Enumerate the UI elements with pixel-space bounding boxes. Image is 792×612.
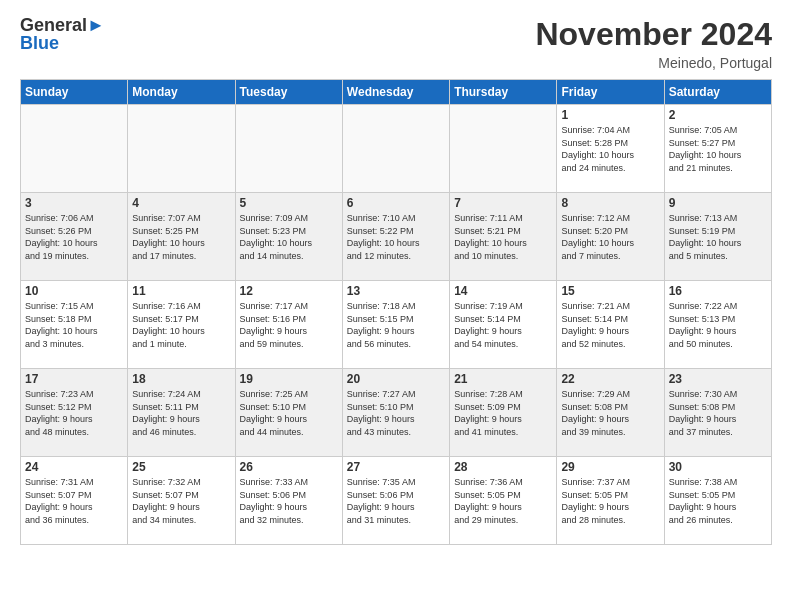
day-number: 21	[454, 372, 552, 386]
day-number: 26	[240, 460, 338, 474]
calendar-cell: 24Sunrise: 7:31 AM Sunset: 5:07 PM Dayli…	[21, 457, 128, 545]
day-info: Sunrise: 7:31 AM Sunset: 5:07 PM Dayligh…	[25, 476, 123, 526]
day-info: Sunrise: 7:05 AM Sunset: 5:27 PM Dayligh…	[669, 124, 767, 174]
day-number: 16	[669, 284, 767, 298]
col-header-friday: Friday	[557, 80, 664, 105]
day-info: Sunrise: 7:25 AM Sunset: 5:10 PM Dayligh…	[240, 388, 338, 438]
logo: General► Blue	[20, 16, 105, 54]
day-number: 18	[132, 372, 230, 386]
day-info: Sunrise: 7:11 AM Sunset: 5:21 PM Dayligh…	[454, 212, 552, 262]
calendar-week-2: 3Sunrise: 7:06 AM Sunset: 5:26 PM Daylig…	[21, 193, 772, 281]
col-header-monday: Monday	[128, 80, 235, 105]
calendar-cell: 3Sunrise: 7:06 AM Sunset: 5:26 PM Daylig…	[21, 193, 128, 281]
day-number: 13	[347, 284, 445, 298]
day-number: 25	[132, 460, 230, 474]
calendar-cell: 5Sunrise: 7:09 AM Sunset: 5:23 PM Daylig…	[235, 193, 342, 281]
calendar-cell: 29Sunrise: 7:37 AM Sunset: 5:05 PM Dayli…	[557, 457, 664, 545]
title-area: November 2024 Meinedo, Portugal	[535, 16, 772, 71]
day-info: Sunrise: 7:29 AM Sunset: 5:08 PM Dayligh…	[561, 388, 659, 438]
day-number: 19	[240, 372, 338, 386]
day-number: 3	[25, 196, 123, 210]
day-info: Sunrise: 7:04 AM Sunset: 5:28 PM Dayligh…	[561, 124, 659, 174]
day-number: 8	[561, 196, 659, 210]
calendar-cell	[235, 105, 342, 193]
day-number: 23	[669, 372, 767, 386]
calendar-cell: 16Sunrise: 7:22 AM Sunset: 5:13 PM Dayli…	[664, 281, 771, 369]
day-info: Sunrise: 7:27 AM Sunset: 5:10 PM Dayligh…	[347, 388, 445, 438]
day-info: Sunrise: 7:19 AM Sunset: 5:14 PM Dayligh…	[454, 300, 552, 350]
page: General► Blue November 2024 Meinedo, Por…	[0, 0, 792, 612]
calendar-cell: 23Sunrise: 7:30 AM Sunset: 5:08 PM Dayli…	[664, 369, 771, 457]
calendar-cell	[128, 105, 235, 193]
month-title: November 2024	[535, 16, 772, 53]
day-info: Sunrise: 7:35 AM Sunset: 5:06 PM Dayligh…	[347, 476, 445, 526]
day-number: 12	[240, 284, 338, 298]
calendar-cell: 25Sunrise: 7:32 AM Sunset: 5:07 PM Dayli…	[128, 457, 235, 545]
day-info: Sunrise: 7:18 AM Sunset: 5:15 PM Dayligh…	[347, 300, 445, 350]
day-info: Sunrise: 7:22 AM Sunset: 5:13 PM Dayligh…	[669, 300, 767, 350]
day-info: Sunrise: 7:07 AM Sunset: 5:25 PM Dayligh…	[132, 212, 230, 262]
col-header-saturday: Saturday	[664, 80, 771, 105]
calendar-cell	[21, 105, 128, 193]
header: General► Blue November 2024 Meinedo, Por…	[20, 16, 772, 71]
logo-blue: Blue	[20, 34, 105, 54]
calendar-cell: 4Sunrise: 7:07 AM Sunset: 5:25 PM Daylig…	[128, 193, 235, 281]
day-info: Sunrise: 7:30 AM Sunset: 5:08 PM Dayligh…	[669, 388, 767, 438]
calendar-cell: 19Sunrise: 7:25 AM Sunset: 5:10 PM Dayli…	[235, 369, 342, 457]
calendar-cell: 12Sunrise: 7:17 AM Sunset: 5:16 PM Dayli…	[235, 281, 342, 369]
calendar-cell: 6Sunrise: 7:10 AM Sunset: 5:22 PM Daylig…	[342, 193, 449, 281]
calendar-week-5: 24Sunrise: 7:31 AM Sunset: 5:07 PM Dayli…	[21, 457, 772, 545]
calendar-cell: 30Sunrise: 7:38 AM Sunset: 5:05 PM Dayli…	[664, 457, 771, 545]
day-number: 2	[669, 108, 767, 122]
calendar-cell: 7Sunrise: 7:11 AM Sunset: 5:21 PM Daylig…	[450, 193, 557, 281]
col-header-sunday: Sunday	[21, 80, 128, 105]
day-info: Sunrise: 7:24 AM Sunset: 5:11 PM Dayligh…	[132, 388, 230, 438]
calendar-cell	[342, 105, 449, 193]
calendar-cell: 1Sunrise: 7:04 AM Sunset: 5:28 PM Daylig…	[557, 105, 664, 193]
day-number: 1	[561, 108, 659, 122]
day-number: 11	[132, 284, 230, 298]
calendar-week-4: 17Sunrise: 7:23 AM Sunset: 5:12 PM Dayli…	[21, 369, 772, 457]
calendar-cell: 9Sunrise: 7:13 AM Sunset: 5:19 PM Daylig…	[664, 193, 771, 281]
col-header-thursday: Thursday	[450, 80, 557, 105]
day-number: 17	[25, 372, 123, 386]
calendar: SundayMondayTuesdayWednesdayThursdayFrid…	[20, 79, 772, 545]
calendar-cell	[450, 105, 557, 193]
day-number: 27	[347, 460, 445, 474]
day-info: Sunrise: 7:17 AM Sunset: 5:16 PM Dayligh…	[240, 300, 338, 350]
calendar-week-3: 10Sunrise: 7:15 AM Sunset: 5:18 PM Dayli…	[21, 281, 772, 369]
day-info: Sunrise: 7:12 AM Sunset: 5:20 PM Dayligh…	[561, 212, 659, 262]
day-info: Sunrise: 7:23 AM Sunset: 5:12 PM Dayligh…	[25, 388, 123, 438]
day-info: Sunrise: 7:37 AM Sunset: 5:05 PM Dayligh…	[561, 476, 659, 526]
day-info: Sunrise: 7:33 AM Sunset: 5:06 PM Dayligh…	[240, 476, 338, 526]
day-number: 24	[25, 460, 123, 474]
day-number: 22	[561, 372, 659, 386]
calendar-cell: 26Sunrise: 7:33 AM Sunset: 5:06 PM Dayli…	[235, 457, 342, 545]
calendar-cell: 8Sunrise: 7:12 AM Sunset: 5:20 PM Daylig…	[557, 193, 664, 281]
day-info: Sunrise: 7:16 AM Sunset: 5:17 PM Dayligh…	[132, 300, 230, 350]
col-header-tuesday: Tuesday	[235, 80, 342, 105]
day-info: Sunrise: 7:21 AM Sunset: 5:14 PM Dayligh…	[561, 300, 659, 350]
calendar-cell: 20Sunrise: 7:27 AM Sunset: 5:10 PM Dayli…	[342, 369, 449, 457]
calendar-cell: 22Sunrise: 7:29 AM Sunset: 5:08 PM Dayli…	[557, 369, 664, 457]
calendar-cell: 17Sunrise: 7:23 AM Sunset: 5:12 PM Dayli…	[21, 369, 128, 457]
day-info: Sunrise: 7:32 AM Sunset: 5:07 PM Dayligh…	[132, 476, 230, 526]
day-number: 10	[25, 284, 123, 298]
day-number: 4	[132, 196, 230, 210]
location: Meinedo, Portugal	[535, 55, 772, 71]
day-number: 20	[347, 372, 445, 386]
calendar-cell: 15Sunrise: 7:21 AM Sunset: 5:14 PM Dayli…	[557, 281, 664, 369]
day-info: Sunrise: 7:09 AM Sunset: 5:23 PM Dayligh…	[240, 212, 338, 262]
day-info: Sunrise: 7:36 AM Sunset: 5:05 PM Dayligh…	[454, 476, 552, 526]
calendar-cell: 28Sunrise: 7:36 AM Sunset: 5:05 PM Dayli…	[450, 457, 557, 545]
calendar-cell: 10Sunrise: 7:15 AM Sunset: 5:18 PM Dayli…	[21, 281, 128, 369]
day-number: 28	[454, 460, 552, 474]
calendar-cell: 18Sunrise: 7:24 AM Sunset: 5:11 PM Dayli…	[128, 369, 235, 457]
calendar-cell: 13Sunrise: 7:18 AM Sunset: 5:15 PM Dayli…	[342, 281, 449, 369]
calendar-cell: 2Sunrise: 7:05 AM Sunset: 5:27 PM Daylig…	[664, 105, 771, 193]
day-info: Sunrise: 7:10 AM Sunset: 5:22 PM Dayligh…	[347, 212, 445, 262]
day-info: Sunrise: 7:38 AM Sunset: 5:05 PM Dayligh…	[669, 476, 767, 526]
calendar-cell: 11Sunrise: 7:16 AM Sunset: 5:17 PM Dayli…	[128, 281, 235, 369]
day-number: 7	[454, 196, 552, 210]
calendar-cell: 14Sunrise: 7:19 AM Sunset: 5:14 PM Dayli…	[450, 281, 557, 369]
